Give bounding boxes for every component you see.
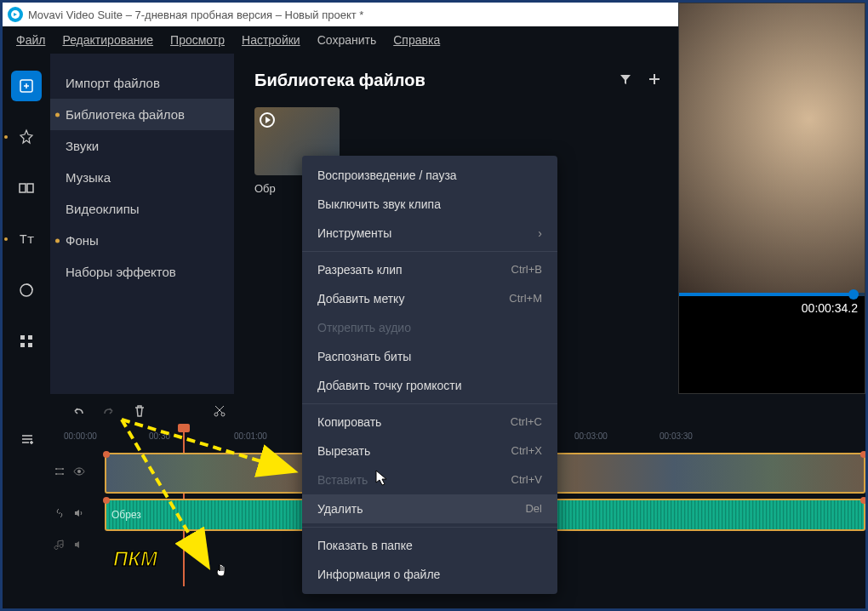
ctx-separator (302, 251, 557, 252)
app-icon (8, 7, 23, 22)
svg-text:Tᴛ: Tᴛ (20, 232, 34, 246)
sidebar-item-videoclips[interactable]: Видеоклипы (50, 193, 234, 225)
svg-point-11 (221, 413, 225, 416)
svg-rect-9 (28, 343, 32, 347)
content-title: Библиотека файлов (254, 71, 425, 90)
preview-progress[interactable] (679, 293, 865, 296)
undo-icon[interactable] (71, 403, 86, 422)
svg-rect-6 (20, 335, 25, 340)
audio-clip-label: Обрез (111, 509, 141, 521)
svg-rect-8 (20, 343, 25, 347)
annotation-label: ПКМ (113, 547, 157, 571)
ruler-mark: 00:03:00 (574, 431, 660, 445)
ctx-file-info[interactable]: Информация о файле (302, 560, 557, 589)
ruler-mark: 00:30 (149, 431, 234, 445)
menu-view[interactable]: Просмотр (170, 33, 225, 47)
ctx-mute-clip[interactable]: Выключить звук клипа (302, 190, 557, 219)
ruler-mark: 00:00:00 (64, 431, 149, 445)
ctx-add-volume-point[interactable]: Добавить точку громкости (302, 371, 557, 400)
ctx-tools[interactable]: Инструменты› (302, 219, 557, 248)
ctx-detect-beats[interactable]: Распознать биты (302, 342, 557, 371)
ctx-paste: ВставитьCtrl+V (302, 465, 557, 494)
sidebar: Импорт файлов Библиотека файлов Звуки Му… (50, 54, 234, 394)
cut-icon[interactable] (212, 403, 227, 422)
svg-rect-7 (28, 335, 32, 340)
play-icon (260, 112, 275, 128)
add-icon[interactable] (648, 72, 661, 89)
ctx-play-pause[interactable]: Воспроизведение / пауза (302, 161, 557, 190)
ctx-detach-audio: Открепить аудио (302, 313, 557, 342)
window-title: Movavi Video Suite – 7-дневная пробная в… (28, 9, 363, 21)
ctx-split[interactable]: Разрезать клипCtrl+B (302, 255, 557, 284)
delete-icon[interactable] (132, 403, 147, 422)
svg-point-16 (77, 470, 81, 473)
tool-stickers[interactable] (11, 275, 42, 306)
menu-save[interactable]: Сохранить (317, 33, 377, 47)
ctx-separator (302, 527, 557, 528)
tool-filters[interactable] (11, 122, 42, 152)
ctx-separator (302, 403, 557, 404)
link-icon[interactable] (54, 507, 66, 522)
svg-point-10 (214, 413, 218, 416)
svg-rect-2 (20, 184, 26, 192)
eye-icon[interactable] (72, 465, 86, 482)
menu-edit[interactable]: Редактирование (62, 33, 153, 47)
menu-file[interactable]: Файл (16, 33, 45, 47)
ruler-mark: 00:03:30 (660, 431, 745, 445)
sidebar-item-library[interactable]: Библиотека файлов (50, 99, 234, 130)
tool-transitions[interactable] (11, 173, 42, 203)
track-settings-icon[interactable] (54, 465, 66, 481)
ctx-delete[interactable]: УдалитьDel (302, 494, 557, 523)
sidebar-item-sounds[interactable]: Звуки (50, 130, 234, 162)
tool-titles[interactable]: Tᴛ (11, 224, 42, 254)
chevron-right-icon: › (538, 226, 542, 240)
ctx-show-in-folder[interactable]: Показать в папке (302, 531, 557, 560)
sidebar-item-import[interactable]: Импорт файлов (50, 67, 234, 99)
sidebar-item-music[interactable]: Музыка (50, 162, 234, 193)
tool-more[interactable] (11, 326, 42, 357)
add-track-icon[interactable] (20, 431, 35, 450)
tool-import[interactable] (11, 71, 42, 101)
ctx-copy[interactable]: КопироватьCtrl+C (302, 408, 557, 437)
left-toolbar: Tᴛ (3, 54, 50, 394)
preview-panel: 00:00:34.2 (678, 3, 865, 394)
sidebar-item-effects[interactable]: Наборы эффектов (50, 256, 234, 288)
svg-rect-3 (27, 184, 33, 192)
sidebar-item-backgrounds[interactable]: Фоны (50, 225, 234, 256)
menu-settings[interactable]: Настройки (242, 33, 300, 47)
speaker-icon[interactable] (72, 507, 84, 522)
speaker-icon[interactable] (72, 539, 84, 554)
menu-help[interactable]: Справка (393, 33, 440, 47)
ctx-add-marker[interactable]: Добавить меткуCtrl+M (302, 284, 557, 313)
preview-frame[interactable] (679, 3, 865, 293)
cursor-hand-icon (214, 562, 231, 581)
filter-icon[interactable] (619, 72, 632, 89)
cursor-pointer-icon (375, 470, 389, 487)
context-menu: Воспроизведение / пауза Выключить звук к… (302, 156, 557, 594)
redo-icon[interactable] (101, 403, 117, 422)
preview-time: 00:00:34.2 (679, 296, 865, 320)
ctx-cut[interactable]: ВырезатьCtrl+X (302, 437, 557, 465)
music-icon[interactable] (54, 539, 66, 554)
